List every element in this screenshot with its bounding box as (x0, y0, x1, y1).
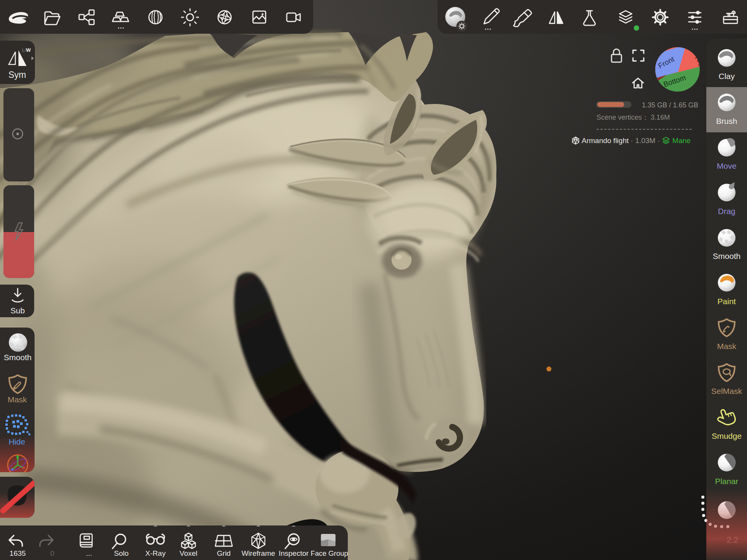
svg-text:L/W: L/W (22, 47, 31, 53)
